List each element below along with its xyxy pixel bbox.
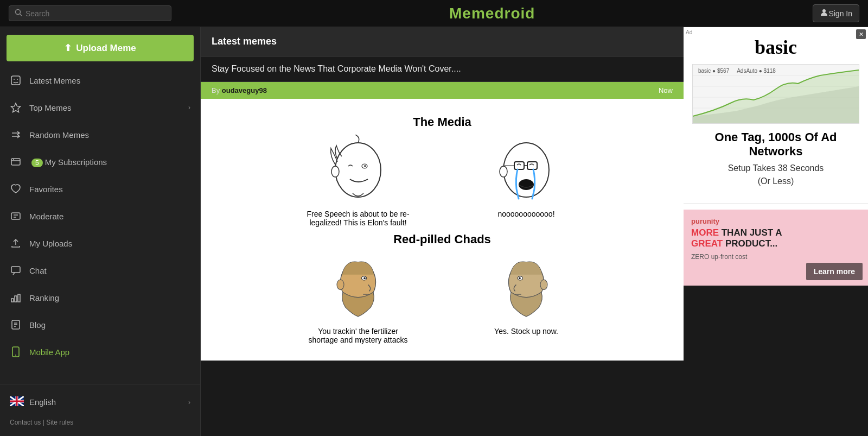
meme-cell4: Yes. Stock up now. bbox=[442, 252, 610, 336]
svg-rect-13 bbox=[11, 299, 14, 302]
ad-panel: Ad ✕ basic bbox=[684, 27, 868, 436]
svg-line-1 bbox=[20, 14, 22, 16]
sidebar-item-blog[interactable]: Blog bbox=[0, 311, 200, 338]
meme-content: The Media bbox=[274, 110, 610, 350]
meme-image-area: The Media bbox=[201, 99, 684, 361]
sidebar-item-my-subscriptions[interactable]: 5 My Subscriptions bbox=[0, 148, 200, 175]
svg-rect-14 bbox=[15, 296, 17, 302]
svg-rect-12 bbox=[11, 267, 20, 273]
meme-cell2-text: noooooooooooo! bbox=[497, 210, 554, 218]
sidebar-bottom: English › Contact us | Site rules bbox=[0, 384, 200, 436]
flag-icon bbox=[10, 396, 24, 408]
contact-us-link[interactable]: Contact us bbox=[10, 419, 41, 426]
ad-subtext1: Setup Takes 38 Seconds bbox=[692, 163, 859, 173]
meme-row2: You trackin' the fertilizer shortage and… bbox=[274, 252, 610, 344]
sidebar-item-top-memes[interactable]: Top Memes › bbox=[0, 94, 200, 121]
uploads-icon bbox=[10, 237, 22, 249]
meme-title: Stay Focused on the News That Corporate … bbox=[201, 56, 684, 82]
meme-author[interactable]: oudaveguy98 bbox=[222, 86, 267, 94]
ad-box-basic: Ad ✕ basic bbox=[684, 27, 868, 286]
upload-icon: ⬆ bbox=[64, 42, 72, 54]
svg-point-49 bbox=[540, 280, 547, 290]
svg-rect-7 bbox=[11, 159, 20, 165]
ad-chart: basic ● $567 AdsAuto ● $118 bbox=[692, 64, 859, 124]
search-box[interactable] bbox=[9, 5, 171, 21]
latest-memes-header: Latest memes bbox=[201, 27, 684, 56]
subscriptions-badge: 5 bbox=[31, 159, 43, 167]
sidebar-item-latest-memes[interactable]: Latest Memes bbox=[0, 67, 200, 94]
svg-rect-9 bbox=[11, 213, 20, 219]
meme-author-bar: By oudaveguy98 Now bbox=[201, 82, 684, 99]
ad-basic-content: basic bbox=[684, 27, 868, 198]
main-content: Latest memes Stay Focused on the News Th… bbox=[201, 27, 684, 436]
chevron-right-icon: › bbox=[188, 399, 190, 406]
layout: ⬆ Upload Meme Latest Memes bbox=[0, 27, 868, 436]
svg-point-5 bbox=[17, 79, 18, 80]
meme-cell2: noooooooooooo! bbox=[442, 135, 610, 218]
ad-label: Ad bbox=[686, 29, 692, 35]
sidebar: ⬆ Upload Meme Latest Memes bbox=[0, 27, 201, 436]
topnav: Memedroid Sign In bbox=[0, 0, 868, 27]
sidebar-item-chat[interactable]: Chat bbox=[0, 257, 200, 284]
meme-section1-title: The Media bbox=[274, 115, 610, 129]
ad-subtext2: (Or Less) bbox=[692, 176, 859, 186]
meme-cell1-text: Free Speech is about to be re-legalized!… bbox=[304, 210, 412, 227]
svg-point-47 bbox=[519, 277, 521, 279]
svg-rect-15 bbox=[18, 294, 20, 302]
ranking-icon bbox=[10, 292, 22, 304]
search-icon bbox=[15, 9, 22, 18]
meme-cell4-text: Yes. Stock up now. bbox=[494, 327, 558, 336]
search-input[interactable] bbox=[25, 9, 165, 18]
ad-bottom-brand: purunity bbox=[691, 217, 860, 225]
sidebar-item-favorites[interactable]: Favorites bbox=[0, 175, 200, 203]
subscriptions-icon bbox=[10, 156, 22, 168]
smiley-icon bbox=[10, 74, 22, 86]
svg-point-4 bbox=[14, 79, 15, 80]
chevron-right-icon: › bbox=[188, 104, 190, 111]
svg-point-39 bbox=[500, 166, 507, 177]
meme-card: Stay Focused on the News That Corporate … bbox=[201, 56, 684, 361]
site-rules-link[interactable]: Site rules bbox=[46, 419, 73, 426]
sidebar-item-ranking[interactable]: Ranking bbox=[0, 284, 200, 311]
upload-meme-button[interactable]: ⬆ Upload Meme bbox=[7, 35, 194, 61]
svg-point-21 bbox=[15, 355, 16, 356]
site-logo: Memedroid bbox=[171, 5, 813, 22]
sidebar-item-my-uploads[interactable]: My Uploads bbox=[0, 230, 200, 257]
sidebar-item-random-memes[interactable]: Random Memes bbox=[0, 121, 200, 148]
meme-row1: Free Speech is about to be re-legalized!… bbox=[274, 135, 610, 227]
language-selector[interactable]: English › bbox=[10, 390, 190, 414]
mobile-icon bbox=[10, 346, 22, 358]
svg-rect-3 bbox=[11, 76, 20, 85]
signin-button[interactable]: Sign In bbox=[813, 4, 859, 22]
chat-icon bbox=[10, 264, 22, 276]
meme-timestamp: Now bbox=[659, 86, 673, 94]
svg-point-29 bbox=[335, 143, 381, 197]
svg-point-42 bbox=[363, 277, 366, 279]
learn-more-button[interactable]: Learn more bbox=[806, 263, 863, 280]
svg-point-31 bbox=[364, 165, 366, 167]
meme-section2-title: Red-pilled Chads bbox=[274, 232, 610, 247]
svg-point-2 bbox=[822, 9, 826, 12]
meme-cell3-text: You trackin' the fertilizer shortage and… bbox=[304, 327, 412, 344]
meme-cell3: You trackin' the fertilizer shortage and… bbox=[274, 252, 442, 344]
svg-point-38 bbox=[519, 179, 534, 190]
svg-marker-6 bbox=[11, 103, 21, 112]
sidebar-nav: Latest Memes Top Memes › Ran bbox=[0, 67, 200, 384]
svg-point-0 bbox=[16, 10, 21, 15]
heart-icon bbox=[10, 183, 22, 195]
blog-icon bbox=[10, 319, 22, 331]
user-icon bbox=[820, 8, 828, 18]
star-icon bbox=[10, 102, 22, 113]
moderate-icon bbox=[10, 210, 22, 222]
sidebar-item-moderate[interactable]: Moderate bbox=[0, 203, 200, 230]
ad-brand-name: basic bbox=[692, 36, 859, 59]
sidebar-item-mobile-app[interactable]: Mobile App bbox=[0, 338, 200, 365]
ad-close-button[interactable]: ✕ bbox=[856, 29, 866, 39]
ad-bottom-headline: MORE THAN JUST A GREAT PRODUCT... bbox=[691, 228, 860, 250]
chart-label2: AdsAuto ● $118 bbox=[737, 68, 776, 74]
chart-label1: basic ● $567 bbox=[698, 68, 729, 74]
meme-cell1: Free Speech is about to be re-legalized!… bbox=[274, 135, 442, 227]
random-icon bbox=[10, 129, 22, 141]
ad-headline: One Tag, 1000s Of Ad Networks bbox=[692, 130, 859, 159]
sidebar-links: Contact us | Site rules bbox=[10, 414, 190, 428]
